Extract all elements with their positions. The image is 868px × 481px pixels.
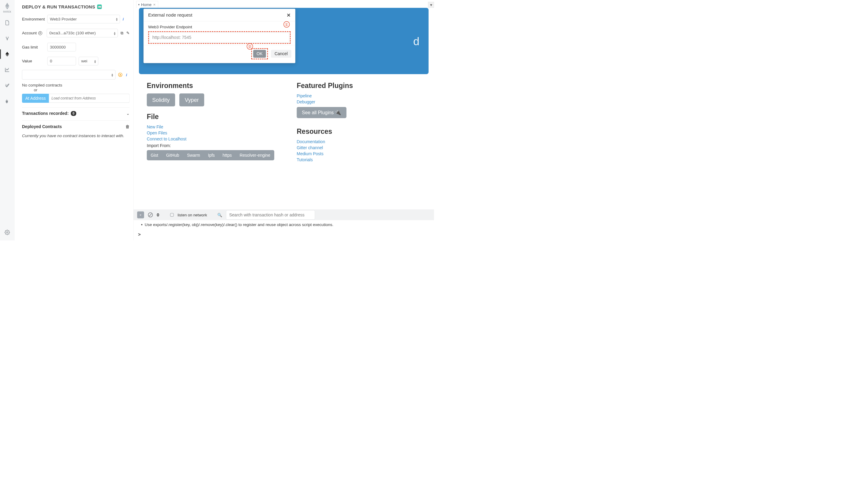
compiler-icon[interactable] — [3, 35, 11, 42]
tutorials-link[interactable]: Tutorials — [297, 157, 429, 162]
deploy-run-panel: DEPLOY & RUN TRANSACTIONS 📖 Environment … — [14, 0, 133, 241]
value-input[interactable] — [47, 57, 76, 66]
terminal-toggle[interactable]: » — [137, 212, 144, 219]
ok-highlight: OK — [251, 48, 268, 59]
see-all-plugins-button[interactable]: See all Plugins 🔌 — [297, 107, 347, 118]
clear-icon[interactable] — [148, 213, 153, 217]
copy-icon[interactable]: ⧉ — [121, 31, 124, 36]
annotation-marker-2: ② — [247, 43, 253, 50]
cancel-button[interactable]: Cancel — [271, 50, 291, 58]
no-compiled-text: No compiled contracts — [22, 83, 130, 88]
documentation-link[interactable]: Documentation — [297, 139, 429, 144]
close-icon[interactable]: ✕ — [287, 12, 291, 18]
panel-title: DEPLOY & RUN TRANSACTIONS 📖 — [22, 4, 130, 9]
endpoint-highlight — [148, 31, 291, 44]
close-icon[interactable]: ✕ — [153, 3, 156, 6]
import-buttons: Gist GitHub Swarm Ipfs https Resolver-en… — [147, 150, 274, 160]
import-from-label: Import From: — [147, 143, 279, 148]
terminal-body: Use exports/.register(key, obj)/.remove(… — [133, 220, 434, 229]
edit-icon[interactable]: ✎ — [126, 31, 130, 36]
or-text: or — [22, 88, 49, 93]
info-icon[interactable]: i — [126, 72, 127, 77]
deployed-contracts-section: Deployed Contracts 🗑 Currently you have … — [22, 121, 130, 138]
environment-select[interactable]: Web3 Provider ▴▾ — [47, 15, 120, 24]
tabs-bar: ♦ Home ✕ ▾ — [133, 0, 434, 8]
deployed-empty-text: Currently you have no contract instances… — [22, 133, 130, 138]
value-unit-select[interactable]: wei ▴▾ — [79, 57, 98, 66]
updown-icon: ▴▾ — [94, 59, 96, 63]
environments-heading: Environments — [147, 82, 279, 90]
gas-limit-row: Gas limit — [22, 43, 130, 52]
terminal: » 0 listen on network 🔍 Use exports/.reg… — [133, 210, 434, 241]
env-solidity-button[interactable]: Solidity — [147, 93, 175, 106]
connect-localhost-link[interactable]: Connect to Localhost — [147, 136, 279, 141]
deploy-icon[interactable] — [3, 50, 11, 58]
external-node-modal: External node request ✕ Web3 Provider En… — [144, 9, 296, 63]
tab-home[interactable]: ♦ Home ✕ — [136, 1, 158, 8]
at-address-input[interactable] — [49, 94, 130, 103]
tabs-dropdown[interactable]: ▾ — [428, 2, 434, 8]
ok-button[interactable]: OK — [253, 50, 266, 58]
import-https[interactable]: https — [219, 150, 236, 160]
updown-icon: ▴▾ — [114, 31, 116, 35]
search-icon[interactable]: 🔍 — [217, 213, 222, 217]
value-row: Value wei ▴▾ — [22, 57, 130, 66]
account-select[interactable]: 0xca3...a733c (100 ether) ▴▾ — [47, 29, 118, 38]
import-ipfs[interactable]: Ipfs — [204, 150, 219, 160]
open-files-link[interactable]: Open Files — [147, 130, 279, 135]
plugins-icon[interactable] — [3, 97, 11, 105]
import-swarm[interactable]: Swarm — [183, 150, 204, 160]
file-heading: File — [147, 113, 279, 121]
featured-plugins-heading: Featured Plugins — [297, 82, 429, 90]
medium-link[interactable]: Medium Posts — [297, 151, 429, 156]
analytics-icon[interactable] — [3, 66, 11, 74]
updown-icon: ▴▾ — [112, 73, 113, 76]
svg-point-0 — [7, 232, 8, 233]
terminal-count: 0 — [157, 213, 159, 218]
remix-logo — [4, 2, 11, 10]
compiled-contract-row: ▴▾ ⓧ i — [22, 70, 130, 79]
account-row: Account + 0xca3...a733c (100 ether) ▴▾ ⧉… — [22, 29, 130, 38]
warn-close-icon[interactable]: ⓧ — [118, 72, 122, 78]
at-address-button[interactable]: At Address — [22, 94, 49, 103]
env-vyper-button[interactable]: Vyper — [179, 93, 204, 106]
add-account-icon[interactable]: + — [38, 31, 42, 35]
pipeline-link[interactable]: Pipeline — [297, 93, 429, 98]
debugger-icon[interactable] — [3, 82, 11, 90]
modal-title: External node request — [148, 13, 193, 18]
updown-icon: ▴▾ — [116, 17, 118, 21]
plug-icon: 🔌 — [335, 110, 341, 116]
new-file-link[interactable]: New File — [147, 125, 279, 129]
icon-sidebar: remix — [0, 0, 14, 241]
annotation-marker-1: ① — [284, 22, 290, 28]
info-icon[interactable]: i — [123, 17, 124, 22]
file-explorer-icon[interactable] — [3, 19, 11, 27]
resources-heading: Resources — [297, 127, 429, 135]
transactions-recorded-row[interactable]: Transactions recorded: 0 ⌄ — [22, 107, 130, 116]
brand-label: remix — [3, 10, 11, 13]
eth-icon: ♦ — [138, 3, 140, 6]
terminal-prompt[interactable]: > — [133, 229, 434, 241]
listen-checkbox[interactable] — [170, 213, 174, 217]
chevron-down-icon[interactable]: ⌄ — [126, 111, 130, 116]
gas-limit-input[interactable] — [47, 43, 76, 52]
environment-row: Environment Web3 Provider ▴▾ i — [22, 15, 130, 24]
gitter-link[interactable]: Gitter channel — [297, 145, 429, 150]
terminal-bar: » 0 listen on network 🔍 — [133, 210, 434, 220]
endpoint-label: Web3 Provider Endpoint — [148, 25, 291, 30]
trash-icon[interactable]: 🗑 — [125, 124, 130, 129]
import-resolver[interactable]: Resolver-engine — [236, 150, 274, 160]
settings-icon[interactable] — [3, 228, 11, 236]
import-github[interactable]: GitHub — [162, 150, 183, 160]
debugger-link[interactable]: Debugger — [297, 99, 429, 104]
contract-select[interactable]: ▴▾ — [22, 70, 116, 79]
import-gist[interactable]: Gist — [147, 150, 162, 160]
terminal-search-input[interactable] — [226, 211, 315, 220]
tx-count-badge: 0 — [71, 111, 76, 116]
at-address-row: At Address — [22, 94, 130, 103]
panel-docs-icon[interactable]: 📖 — [97, 4, 102, 9]
endpoint-input[interactable] — [150, 33, 289, 42]
